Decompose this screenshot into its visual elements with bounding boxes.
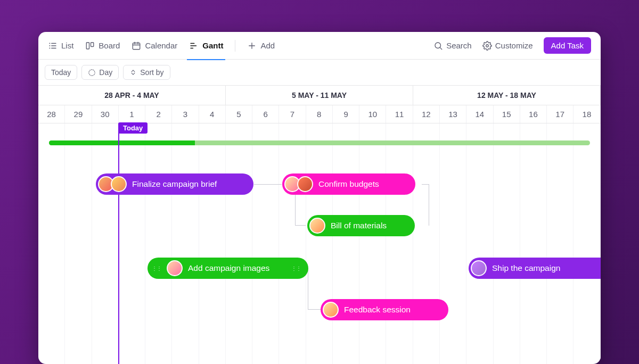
grid-column: [359, 123, 386, 364]
grid-column: [172, 123, 199, 364]
svg-point-19: [486, 44, 488, 47]
tab-board[interactable]: Board: [85, 39, 120, 53]
avatar: [471, 260, 487, 276]
grid-columns: [38, 123, 601, 364]
avatar: [111, 176, 127, 192]
grid-column: [547, 123, 574, 364]
drag-handle-icon[interactable]: ⋮⋮: [291, 266, 301, 271]
day-header-cell: 11: [386, 105, 413, 123]
connector: [295, 195, 306, 226]
task-bar-feedback-session[interactable]: Feedback session: [321, 299, 448, 320]
overall-progress-done: [49, 140, 195, 145]
grid-column: [333, 123, 359, 364]
day-header-cell: 15: [494, 105, 520, 123]
task-label: Finalize campaign brief: [132, 179, 217, 189]
day-header-cell: 30: [92, 105, 119, 123]
add-view[interactable]: Add: [247, 39, 275, 53]
app-window: List Board Calendar Gantt Add: [38, 32, 601, 364]
day-header-cell: 6: [252, 105, 279, 123]
connector: [422, 184, 429, 226]
granularity-select[interactable]: Day: [81, 65, 119, 80]
svg-rect-6: [87, 43, 89, 49]
gantt-body[interactable]: Today Finalize campaign brief Confirm: [38, 123, 601, 364]
connector: [254, 184, 282, 185]
gantt-toolbar: Today Day Sort by: [38, 60, 601, 85]
day-header: 282930123456789101112131415161718: [38, 105, 601, 123]
granularity-label: Day: [99, 68, 112, 77]
day-header-cell: 16: [520, 105, 547, 123]
tab-list[interactable]: List: [48, 39, 73, 53]
view-header: List Board Calendar Gantt Add: [38, 32, 601, 60]
week-header-cell: 5 MAY - 11 MAY: [226, 86, 413, 105]
assignee-avatars: [309, 218, 325, 234]
plus-icon: [247, 41, 257, 51]
grid-column: [38, 123, 65, 364]
tab-gantt[interactable]: Gantt: [189, 39, 223, 53]
task-label: Add campaign images: [188, 263, 269, 273]
grid-column: [494, 123, 520, 364]
svg-point-5: [50, 48, 50, 48]
task-bar-finalize-brief[interactable]: Finalize campaign brief: [96, 173, 253, 195]
sort-icon: [129, 69, 137, 76]
avatar: [297, 176, 313, 192]
task-bar-add-campaign-images[interactable]: ⋮⋮ Add campaign images ⋮⋮: [148, 258, 308, 279]
search-action[interactable]: Search: [433, 41, 472, 51]
today-indicator: Today: [118, 122, 148, 134]
svg-rect-7: [91, 43, 94, 47]
search-icon: [433, 41, 443, 51]
customize-label: Customize: [495, 41, 533, 50]
assignee-avatars: [98, 176, 127, 192]
grid-column: [92, 123, 119, 364]
sort-button[interactable]: Sort by: [123, 65, 170, 80]
add-view-label: Add: [260, 41, 275, 50]
tab-calendar[interactable]: Calendar: [132, 39, 177, 53]
svg-point-4: [50, 45, 50, 46]
grid-column: [520, 123, 547, 364]
svg-line-18: [440, 47, 442, 49]
tab-board-label: Board: [99, 41, 120, 50]
day-header-cell: 17: [547, 105, 574, 123]
customize-action[interactable]: Customize: [482, 41, 533, 51]
grid-column: [119, 123, 145, 364]
task-label: Ship the campaign: [492, 263, 560, 273]
task-bar-confirm-budgets[interactable]: Confirm budgets: [282, 173, 415, 195]
today-line: [118, 123, 119, 364]
grid-column: [574, 123, 600, 364]
day-header-cell: 13: [440, 105, 466, 123]
day-header-cell: 10: [359, 105, 386, 123]
grid-column: [466, 123, 493, 364]
task-label: Bill of materials: [331, 221, 387, 230]
gear-icon: [482, 41, 492, 51]
connector: [308, 268, 321, 310]
header-actions: Search Customize Add Task: [433, 37, 591, 54]
assignee-avatars: [167, 260, 183, 276]
grid-column: [226, 123, 252, 364]
assignee-avatars: [323, 302, 339, 318]
gantt-icon: [189, 41, 199, 51]
day-header-cell: 29: [65, 105, 92, 123]
day-header-cell: 1: [119, 105, 145, 123]
svg-point-3: [50, 43, 50, 44]
svg-point-20: [89, 69, 95, 75]
day-header-cell: 7: [279, 105, 306, 123]
grid-column: [386, 123, 413, 364]
tab-calendar-label: Calendar: [145, 41, 177, 50]
add-task-button[interactable]: Add Task: [544, 37, 591, 54]
sort-label: Sort by: [140, 68, 163, 77]
avatar: [323, 302, 339, 318]
day-header-cell: 12: [413, 105, 440, 123]
search-label: Search: [446, 41, 472, 50]
drag-handle-icon[interactable]: ⋮⋮: [152, 266, 161, 271]
task-bar-ship-campaign[interactable]: Ship the campaign: [469, 258, 601, 279]
board-icon: [85, 41, 95, 51]
day-header-cell: 18: [574, 105, 600, 123]
day-icon: [88, 69, 96, 77]
day-header-cell: 5: [226, 105, 252, 123]
today-button[interactable]: Today: [45, 65, 77, 80]
day-header-cell: 4: [199, 105, 226, 123]
avatar: [309, 218, 325, 234]
grid-column: [279, 123, 306, 364]
tab-gantt-label: Gantt: [202, 41, 223, 50]
week-header: 28 APR - 4 MAY5 MAY - 11 MAY12 MAY - 18 …: [38, 86, 601, 105]
task-bar-bill-of-materials[interactable]: Bill of materials: [307, 215, 415, 236]
